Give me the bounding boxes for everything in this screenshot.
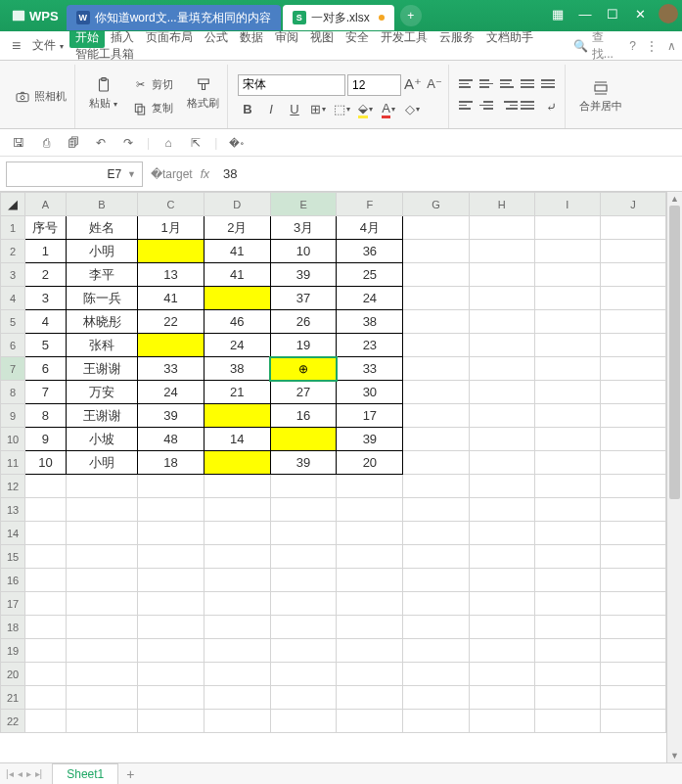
cell[interactable] [403, 451, 469, 475]
cell[interactable] [534, 216, 600, 240]
cell[interactable] [534, 334, 600, 357]
cell[interactable]: 39 [138, 404, 205, 428]
paste-button[interactable]: 粘贴 ▾ [85, 74, 121, 119]
cell[interactable] [534, 710, 600, 733]
cell[interactable]: 20 [337, 451, 403, 475]
cell[interactable] [25, 545, 67, 569]
hamburger-icon[interactable]: ≡ [6, 37, 26, 55]
row-header-11[interactable]: 11 [1, 451, 25, 475]
cell[interactable] [403, 240, 469, 263]
row-header-20[interactable]: 20 [1, 663, 25, 686]
col-header-E[interactable]: E [270, 193, 337, 216]
row-header-8[interactable]: 8 [1, 381, 25, 404]
avatar[interactable] [659, 4, 678, 23]
cell[interactable]: 2月 [204, 216, 270, 240]
cell[interactable] [337, 663, 403, 686]
cell[interactable]: 小明 [66, 451, 137, 475]
cell[interactable] [534, 592, 600, 616]
cell[interactable] [469, 639, 534, 663]
underline-button[interactable]: U [285, 100, 304, 119]
cell[interactable] [270, 545, 337, 569]
cell[interactable] [270, 639, 337, 663]
cell[interactable] [204, 592, 270, 616]
help-button[interactable]: ? [629, 39, 636, 53]
cell[interactable] [138, 663, 205, 686]
merge-center-button[interactable]: 合并居中 [575, 77, 626, 115]
cell[interactable] [600, 240, 665, 263]
col-header-I[interactable]: I [534, 193, 600, 216]
cell[interactable] [270, 616, 337, 639]
cell[interactable] [469, 263, 534, 287]
cell[interactable] [403, 686, 469, 710]
cell[interactable] [138, 569, 205, 592]
cell[interactable] [204, 686, 270, 710]
cell[interactable] [403, 334, 469, 357]
cell[interactable]: 万安 [66, 381, 137, 404]
cell[interactable] [469, 522, 534, 545]
cell[interactable] [270, 522, 337, 545]
cell[interactable] [403, 663, 469, 686]
cell[interactable] [138, 710, 205, 733]
cell[interactable] [534, 287, 600, 310]
cell[interactable]: 10 [270, 240, 337, 263]
cell-style-button[interactable]: ⬚▾ [332, 100, 351, 119]
cell[interactable] [534, 522, 600, 545]
cell[interactable] [25, 616, 67, 639]
cell[interactable]: 13 [138, 263, 205, 287]
row-header-17[interactable]: 17 [1, 592, 25, 616]
cell[interactable] [337, 569, 403, 592]
col-header-A[interactable]: A [25, 193, 67, 216]
scroll-down-icon[interactable]: ▼ [667, 749, 682, 762]
cell[interactable]: 38 [337, 310, 403, 334]
col-header-C[interactable]: C [138, 193, 205, 216]
cell[interactable] [534, 357, 600, 381]
cell[interactable] [469, 592, 534, 616]
cell[interactable]: 18 [138, 451, 205, 475]
cell[interactable] [403, 216, 469, 240]
cell[interactable] [66, 522, 137, 545]
col-header-B[interactable]: B [66, 193, 137, 216]
cell[interactable]: 39 [270, 451, 337, 475]
cell[interactable] [25, 686, 67, 710]
cell[interactable]: 25 [337, 263, 403, 287]
cell[interactable]: 小明 [66, 240, 137, 263]
cell[interactable] [534, 381, 600, 404]
clear-format-button[interactable]: ◇▾ [402, 100, 422, 119]
cell[interactable] [66, 592, 137, 616]
row-header-4[interactable]: 4 [1, 287, 25, 310]
cell[interactable]: ⊕ [270, 357, 337, 381]
cell[interactable]: 26 [270, 310, 337, 334]
sheet-last-icon[interactable]: ▸| [35, 768, 43, 779]
cell[interactable]: 小坡 [66, 428, 137, 451]
cell[interactable] [138, 475, 205, 498]
cell[interactable] [204, 287, 270, 310]
wrap-text-button[interactable]: ⤶ [541, 98, 561, 117]
font-size-select[interactable] [347, 74, 401, 96]
cell[interactable] [138, 498, 205, 522]
cell[interactable]: 24 [138, 381, 205, 404]
cell[interactable] [534, 404, 600, 428]
cell[interactable] [270, 663, 337, 686]
row-header-14[interactable]: 14 [1, 522, 25, 545]
row-header-21[interactable]: 21 [1, 686, 25, 710]
cell[interactable] [403, 639, 469, 663]
cell[interactable]: 序号 [25, 216, 67, 240]
maximize-button[interactable]: ☐ [604, 7, 621, 22]
vertical-scrollbar[interactable]: ▲ ▼ [666, 192, 682, 762]
cell[interactable]: 24 [204, 334, 270, 357]
cell[interactable] [403, 381, 469, 404]
cell[interactable] [600, 381, 665, 404]
sheet-tab-active[interactable]: Sheet1 [52, 763, 118, 784]
row-header-16[interactable]: 16 [1, 569, 25, 592]
col-header-F[interactable]: F [337, 193, 403, 216]
cell[interactable] [600, 639, 665, 663]
cell[interactable] [534, 616, 600, 639]
cell[interactable]: 37 [270, 287, 337, 310]
cell[interactable] [25, 498, 67, 522]
cell[interactable]: 33 [337, 357, 403, 381]
align-center-button[interactable] [479, 98, 497, 114]
font-name-select[interactable] [238, 74, 345, 96]
cell[interactable] [270, 686, 337, 710]
row-header-9[interactable]: 9 [1, 404, 25, 428]
cell[interactable] [469, 498, 534, 522]
